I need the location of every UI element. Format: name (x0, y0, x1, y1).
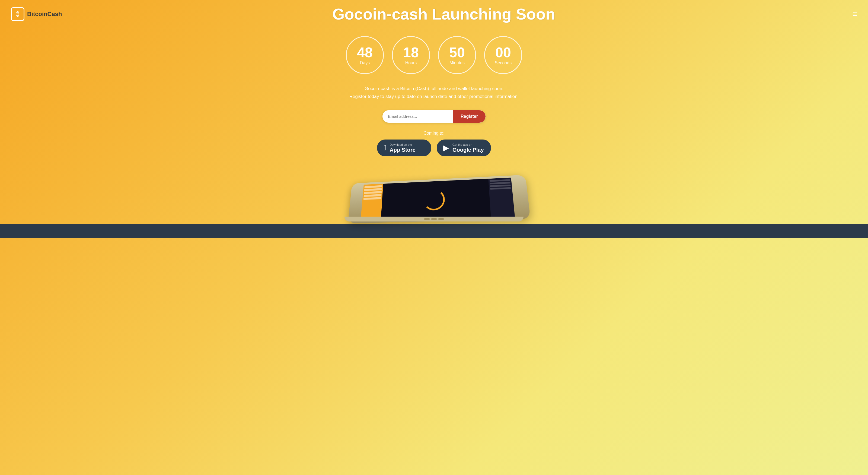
coming-to-section: Coming to:  Download on the App Store ▶… (0, 131, 868, 156)
description-line1: Gocoin-cash is a Bitcoin (Cash) full nod… (339, 85, 529, 93)
screen-right-item (490, 179, 510, 182)
countdown-days: 48 Days (346, 36, 384, 74)
google-play-button[interactable]: ▶ Get the app on Google Play (437, 140, 491, 156)
hamburger-menu[interactable]: ≡ (853, 10, 857, 18)
app-store-large: App Store (390, 147, 415, 153)
coming-to-label: Coming to: (0, 131, 868, 136)
days-value: 48 (357, 45, 373, 60)
phone-button-dot (438, 218, 444, 220)
screen-arc (423, 189, 445, 211)
app-buttons:  Download on the App Store ▶ Get the ap… (0, 140, 868, 156)
countdown-minutes: 50 Minutes (438, 36, 476, 74)
apple-icon:  (383, 144, 386, 152)
screen-bar-item (364, 197, 381, 200)
countdown-hours: 18 Hours (392, 36, 430, 74)
footer-bar (0, 224, 868, 238)
screen-left-bar (361, 184, 383, 221)
phone-button-dot (424, 218, 430, 220)
app-store-button[interactable]:  Download on the App Store (377, 140, 431, 156)
header: ₿ BitcoinCash Gocoin-cash Launching Soon… (0, 0, 868, 28)
google-play-text: Get the app on Google Play (453, 143, 484, 153)
screen-main (381, 179, 491, 221)
google-play-small: Get the app on (453, 143, 484, 147)
hours-label: Hours (405, 61, 417, 65)
countdown-seconds: 00 Seconds (484, 36, 522, 74)
screen-right-item (490, 182, 510, 184)
screen-bar-item (364, 185, 382, 188)
screen-right-bar (488, 178, 515, 218)
google-play-large: Google Play (453, 147, 484, 153)
description-section: Gocoin-cash is a Bitcoin (Cash) full nod… (339, 85, 529, 101)
register-button[interactable]: Register (453, 110, 486, 123)
screen-right-item (490, 187, 511, 190)
phone-button-dot (431, 218, 437, 220)
hours-value: 18 (403, 45, 419, 60)
days-label: Days (360, 61, 370, 65)
screen-bar-item (364, 188, 382, 191)
phone-button-group (344, 217, 524, 220)
phone-body (348, 175, 531, 223)
phone-bottom-bar (344, 217, 524, 221)
bitcoin-logo-icon: ₿ (11, 7, 24, 21)
screen-right-item (490, 184, 511, 187)
countdown-section: 48 Days 18 Hours 50 Minutes 00 Seconds (0, 36, 868, 74)
app-store-text: Download on the App Store (390, 143, 415, 153)
screen-bar-item (364, 194, 382, 197)
register-form: Register (382, 110, 486, 123)
app-store-small: Download on the (390, 143, 415, 147)
page-title: Gocoin-cash Launching Soon (35, 5, 852, 23)
minutes-label: Minutes (450, 61, 465, 65)
seconds-label: Seconds (495, 61, 512, 65)
phone-screen (361, 178, 515, 221)
minutes-value: 50 (449, 45, 465, 60)
email-input[interactable] (382, 110, 453, 122)
screen-bar-item (364, 191, 382, 194)
seconds-value: 00 (495, 45, 511, 60)
phone-mockup (342, 167, 526, 221)
phone-section (0, 167, 868, 221)
description-line2: Register today to stay up to date on lau… (339, 93, 529, 101)
play-icon: ▶ (443, 144, 449, 152)
register-section: Register (0, 110, 868, 123)
